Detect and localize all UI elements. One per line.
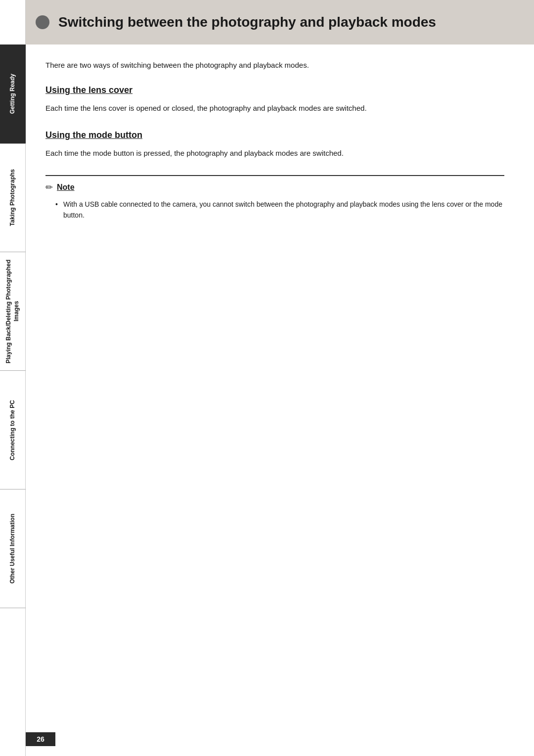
sidebar-label-connecting: Connecting to the PC [9, 400, 17, 460]
note-title: Note [57, 183, 75, 192]
intro-text: There are two ways of switching between … [45, 59, 504, 71]
sidebar-label-playing: Playing Back/Deleting Photographed Image… [5, 252, 20, 370]
note-header: ✏ Note [45, 182, 504, 193]
sidebar-section-connecting: Connecting to the PC [0, 371, 26, 489]
header-bullet-icon [36, 15, 49, 29]
lens-cover-text: Each time the lens cover is opened or cl… [45, 102, 504, 114]
main-content: Switching between the photography and pl… [26, 0, 534, 756]
mode-button-heading: Using the mode button [45, 130, 504, 140]
sidebar: Getting Ready Taking Photographs Playing… [0, 0, 26, 756]
sidebar-label-getting-ready: Getting Ready [9, 74, 17, 114]
sidebar-label-taking: Taking Photographs [9, 169, 17, 226]
page-header: Switching between the photography and pl… [26, 0, 534, 44]
sidebar-section-getting-ready: Getting Ready [0, 44, 26, 143]
note-content: With a USB cable connected to the camera… [45, 199, 504, 221]
sidebar-section-other: Other Useful Information [0, 489, 26, 608]
sidebar-section-taking: Taking Photographs [0, 143, 26, 252]
mode-button-text: Each time the mode button is pressed, th… [45, 147, 504, 159]
note-box: ✏ Note With a USB cable connected to the… [45, 175, 504, 221]
sidebar-label-other: Other Useful Information [9, 514, 17, 583]
content-body: There are two ways of switching between … [26, 44, 534, 236]
note-item-0: With a USB cable connected to the camera… [55, 199, 504, 221]
page-title: Switching between the photography and pl… [58, 14, 436, 31]
note-pen-icon: ✏ [45, 182, 53, 193]
lens-cover-heading: Using the lens cover [45, 85, 504, 95]
page-number: 26 [26, 732, 55, 746]
sidebar-section-playing: Playing Back/Deleting Photographed Image… [0, 252, 26, 371]
